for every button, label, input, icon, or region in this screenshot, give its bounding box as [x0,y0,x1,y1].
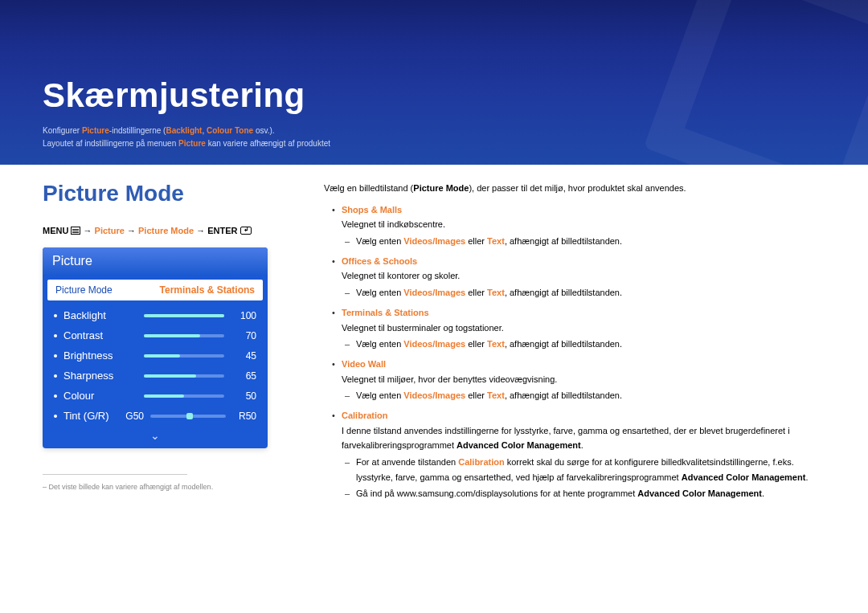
slider-sharpness[interactable] [144,374,224,378]
osd-item-tint[interactable]: Tint (G/R) G50 R50 [43,406,268,426]
slider-brightness[interactable] [144,354,224,358]
slider-contrast[interactable] [144,334,224,337]
mode-offices: Offices & Schools Velegnet til kontorer … [324,254,822,300]
mode-shops: Shops & Malls Velegnet til indkøbscentre… [324,202,822,249]
osd-item-sharpness[interactable]: Sharpness 65 [43,366,268,386]
divider [43,474,187,475]
osd-item-contrast[interactable]: Contrast 70 [43,325,268,345]
osd-picture-mode-value: Terminals & Stations [160,284,255,296]
menu-icon [71,227,80,235]
slider-colour[interactable] [144,394,224,398]
mode-videowall: Video Wall Velegnet til miljøer, hvor de… [324,357,822,403]
menu-path: MENU → Picture → Picture Mode → ENTER [43,226,292,235]
mode-terminals: Terminals & Stations Velegnet til buster… [324,305,822,352]
intro-text: Vælg en billedtilstand (Picture Mode), d… [324,181,822,196]
slider-backlight[interactable] [144,314,224,317]
osd-item-colour[interactable]: Colour 50 [43,386,268,406]
description-column: Vælg en billedtilstand (Picture Mode), d… [324,181,822,506]
mode-calibration: Calibration I denne tilstand anvendes in… [324,408,822,501]
enter-icon [240,227,252,235]
osd-picture-mode-row[interactable]: Picture Mode Terminals & Stations [47,280,263,300]
chevron-down-icon[interactable]: ⌄ [43,426,268,442]
osd-panel: Picture Picture Mode Terminals & Station… [43,247,268,448]
page-banner: Skærmjustering Konfigurer Picture-indsti… [0,0,868,165]
osd-picture-mode-label: Picture Mode [55,284,113,296]
osd-item-backlight[interactable]: Backlight 100 [43,305,268,325]
slider-tint[interactable] [150,415,226,418]
osd-header: Picture [43,247,268,275]
section-heading: Picture Mode [43,181,292,206]
osd-item-brightness[interactable]: Brightness 45 [43,345,268,366]
footnote: Det viste billede kan variere afhængigt … [43,483,292,491]
